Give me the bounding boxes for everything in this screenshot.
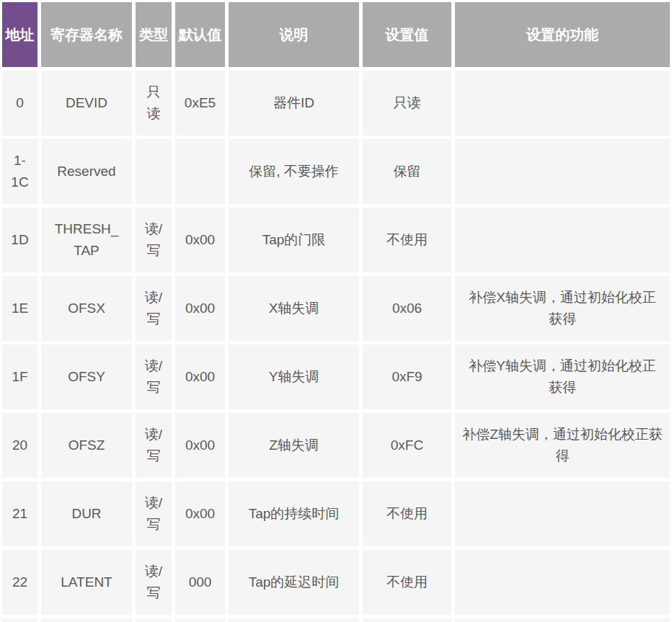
- cell-description: X轴失调: [229, 276, 359, 341]
- cell-address: [2, 618, 37, 622]
- header-cell-set-function: 设置的功能: [455, 2, 670, 67]
- cell-register-name: Reserved: [41, 139, 132, 204]
- register-table: 地址 寄存器名称 类型 默认值 说明 设置值 设置的功能 0 DEVID 只读 …: [0, 0, 672, 622]
- cell-description: Y轴失调: [229, 345, 359, 409]
- cell-set-value: 0xFC: [363, 413, 451, 478]
- cell-address: 20: [2, 413, 37, 478]
- table-row: 1-1C Reserved 保留, 不要操作 保留: [2, 139, 670, 204]
- cell-type: 只读: [136, 71, 172, 135]
- cell-set-value: 0xF9: [363, 345, 451, 409]
- cell-description: [229, 618, 359, 622]
- cell-register-name: DEVID: [41, 71, 132, 135]
- cell-default-value: [175, 618, 225, 622]
- cell-set-function: 补偿Z轴失调，通过初始化校正获得: [455, 413, 670, 478]
- cell-set-function: [455, 550, 670, 615]
- cell-default-value: [175, 139, 225, 204]
- cell-set-function: [455, 139, 670, 204]
- cell-description: 保留, 不要操作: [229, 139, 359, 204]
- cell-set-value: 不使用: [363, 208, 451, 272]
- cell-type: 读/写: [136, 413, 172, 478]
- cell-register-name: OFSY: [41, 345, 132, 409]
- table-row: 0 DEVID 只读 0xE5 器件ID 只读: [2, 71, 670, 135]
- cell-default-value: 0x00: [175, 208, 225, 272]
- partial-row-clipped: [2, 618, 670, 622]
- cell-register-name: OFSX: [41, 276, 132, 341]
- cell-default-value: 000: [175, 550, 225, 615]
- cell-default-value: 0x00: [175, 276, 225, 341]
- cell-set-value: 不使用: [363, 481, 451, 546]
- cell-address: 1-1C: [2, 139, 37, 204]
- cell-type: 读/写: [136, 481, 172, 546]
- cell-set-function: 补偿Y轴失调，通过初始化校正获得: [455, 345, 670, 409]
- cell-default-value: 0x00: [175, 413, 225, 478]
- cell-description: 器件ID: [229, 71, 359, 135]
- cell-set-value: 只读: [363, 71, 451, 135]
- cell-register-name: LATENT: [41, 550, 132, 615]
- cell-register-name: THRESH_TAP: [41, 208, 132, 272]
- cell-type: [136, 618, 172, 622]
- cell-set-function: 补偿X轴失调，通过初始化校正获得: [455, 276, 670, 341]
- table-row: 22 LATENT 读/写 000 Tap的延迟时间 不使用: [2, 550, 670, 615]
- header-cell-default-value: 默认值: [175, 2, 225, 67]
- cell-type: 读/写: [136, 208, 172, 272]
- cell-set-function: [455, 481, 670, 546]
- header-row: 地址 寄存器名称 类型 默认值 说明 设置值 设置的功能: [2, 2, 670, 67]
- header-cell-description: 说明: [229, 2, 359, 67]
- cell-set-value: 不使用: [363, 550, 451, 615]
- cell-register-name: DUR: [41, 481, 132, 546]
- table-row: 1F OFSY 读/写 0x00 Y轴失调 0xF9 补偿Y轴失调，通过初始化校…: [2, 345, 670, 409]
- header-cell-set-value: 设置值: [363, 2, 451, 67]
- table-row: 21 DUR 读/写 0x00 Tap的持续时间 不使用: [2, 481, 670, 546]
- cell-description: Tap的持续时间: [229, 481, 359, 546]
- cell-type: [136, 139, 172, 204]
- cell-address: 1D: [2, 208, 37, 272]
- cell-address: 21: [2, 481, 37, 546]
- cell-type: 读/写: [136, 550, 172, 615]
- cell-description: Z轴失调: [229, 413, 359, 478]
- table-row: 1D THRESH_TAP 读/写 0x00 Tap的门限 不使用: [2, 208, 670, 272]
- cell-description: Tap的延迟时间: [229, 550, 359, 615]
- cell-address: 0: [2, 71, 37, 135]
- table-row: 20 OFSZ 读/写 0x00 Z轴失调 0xFC 补偿Z轴失调，通过初始化校…: [2, 413, 670, 478]
- cell-address: 22: [2, 550, 37, 615]
- cell-description: Tap的门限: [229, 208, 359, 272]
- cell-default-value: 0x00: [175, 481, 225, 546]
- cell-address: 1E: [2, 276, 37, 341]
- cell-default-value: 0xE5: [175, 71, 225, 135]
- cell-set-function: [455, 208, 670, 272]
- header-cell-address: 地址: [2, 2, 37, 67]
- cell-register-name: [41, 618, 132, 622]
- header-cell-register-name: 寄存器名称: [41, 2, 132, 67]
- cell-set-value: [363, 618, 451, 622]
- cell-address: 1F: [2, 345, 37, 409]
- cell-register-name: OFSZ: [41, 413, 132, 478]
- cell-type: 读/写: [136, 276, 172, 341]
- cell-set-value: 保留: [363, 139, 451, 204]
- cell-set-function: [455, 71, 670, 135]
- cell-type: 读/写: [136, 345, 172, 409]
- page: { "chart_data": { "type": "table", "titl…: [0, 0, 672, 622]
- cell-set-value: 0x06: [363, 276, 451, 341]
- header-cell-type: 类型: [136, 2, 172, 67]
- cell-default-value: 0x00: [175, 345, 225, 409]
- cell-set-function: [455, 618, 670, 622]
- table-row: 1E OFSX 读/写 0x00 X轴失调 0x06 补偿X轴失调，通过初始化校…: [2, 276, 670, 341]
